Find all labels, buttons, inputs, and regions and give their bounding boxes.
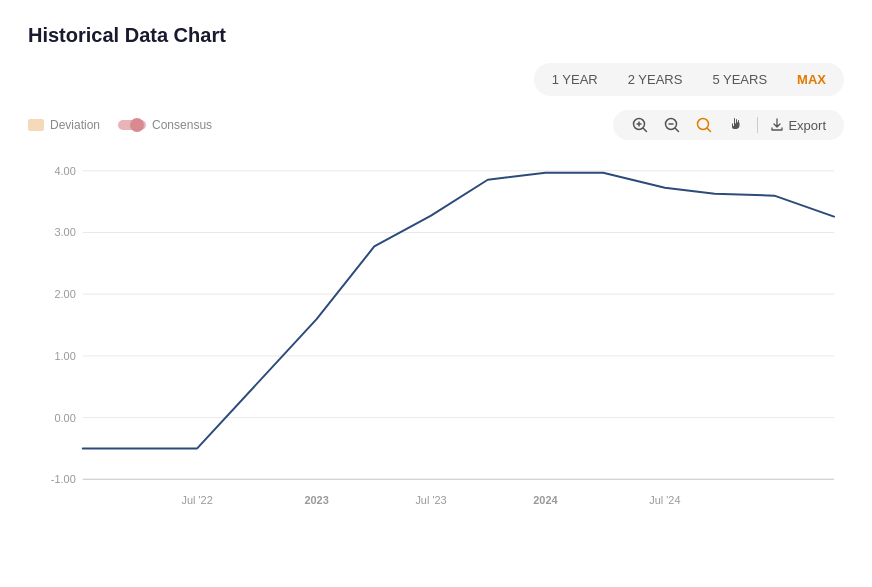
svg-line-3 — [644, 129, 647, 132]
svg-text:Jul '23: Jul '23 — [415, 494, 446, 506]
btn-1year[interactable]: 1 YEAR — [538, 67, 612, 92]
svg-text:3.00: 3.00 — [54, 226, 75, 238]
svg-line-8 — [708, 129, 711, 132]
search-zoom-button[interactable] — [691, 115, 717, 135]
zoom-in-button[interactable] — [627, 115, 653, 135]
page-title: Historical Data Chart — [28, 24, 844, 47]
search-icon — [696, 117, 712, 133]
time-controls: 1 YEAR 2 YEARS 5 YEARS MAX — [28, 63, 844, 96]
export-icon — [770, 118, 784, 132]
toolbar-divider — [757, 117, 758, 133]
chart-area: 4.00 3.00 2.00 1.00 0.00 -1.00 Jul '22 2… — [28, 150, 844, 520]
svg-text:4.00: 4.00 — [54, 165, 75, 177]
chart-legend: Deviation Consensus — [28, 118, 212, 132]
time-button-group: 1 YEAR 2 YEARS 5 YEARS MAX — [534, 63, 844, 96]
consensus-label: Consensus — [152, 118, 212, 132]
svg-text:2.00: 2.00 — [54, 288, 75, 300]
zoom-in-icon — [632, 117, 648, 133]
export-label: Export — [788, 118, 826, 133]
chart-toolbar: Export — [613, 110, 844, 140]
svg-text:-1.00: -1.00 — [51, 473, 76, 485]
svg-text:Jul '22: Jul '22 — [182, 494, 213, 506]
zoom-out-icon — [664, 117, 680, 133]
svg-text:2023: 2023 — [304, 494, 328, 506]
pan-button[interactable] — [723, 115, 749, 135]
btn-2years[interactable]: 2 YEARS — [614, 67, 697, 92]
legend-item-deviation: Deviation — [28, 118, 100, 132]
legend-item-consensus: Consensus — [118, 118, 212, 132]
export-button[interactable]: Export — [766, 116, 830, 135]
svg-text:Jul '24: Jul '24 — [649, 494, 680, 506]
line-chart: 4.00 3.00 2.00 1.00 0.00 -1.00 Jul '22 2… — [28, 150, 844, 520]
btn-5years[interactable]: 5 YEARS — [698, 67, 781, 92]
deviation-label: Deviation — [50, 118, 100, 132]
svg-text:1.00: 1.00 — [54, 350, 75, 362]
svg-text:0.00: 0.00 — [54, 412, 75, 424]
zoom-out-button[interactable] — [659, 115, 685, 135]
pan-icon — [728, 117, 744, 133]
btn-max[interactable]: MAX — [783, 67, 840, 92]
consensus-swatch — [118, 120, 146, 130]
svg-line-6 — [676, 129, 679, 132]
deviation-swatch — [28, 119, 44, 131]
svg-point-7 — [698, 119, 709, 130]
legend-toolbar-row: Deviation Consensus — [28, 110, 844, 140]
svg-text:2024: 2024 — [533, 494, 558, 506]
